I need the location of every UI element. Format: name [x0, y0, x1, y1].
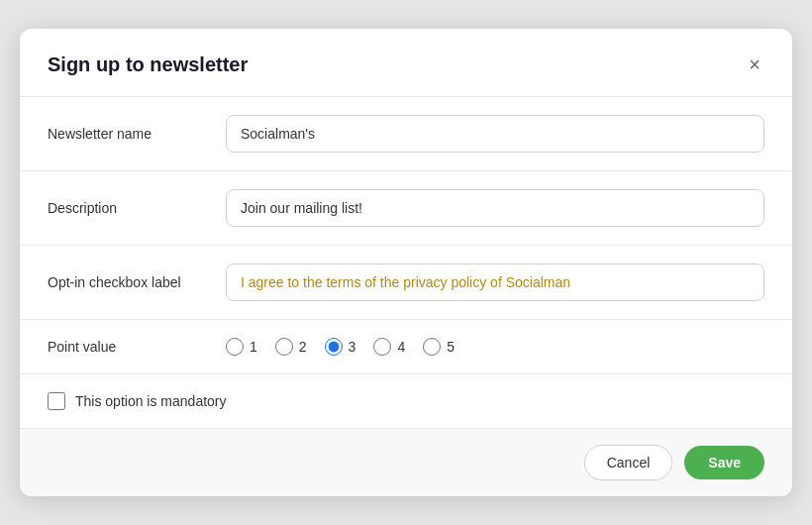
point-value-row: Point value 1 2 3	[20, 320, 792, 374]
cancel-button[interactable]: Cancel	[584, 445, 673, 480]
modal-body: Newsletter name Description Opt-in check…	[20, 97, 792, 428]
modal-dialog: Sign up to newsletter × Newsletter name …	[20, 29, 792, 496]
modal-title: Sign up to newsletter	[48, 53, 248, 76]
radio-label-5: 5	[447, 339, 455, 355]
description-input[interactable]	[226, 189, 764, 227]
modal-footer: Cancel Save	[20, 428, 792, 496]
radio-label-1: 1	[250, 339, 257, 355]
save-button[interactable]: Save	[684, 446, 764, 479]
point-value-option-2[interactable]: 2	[275, 338, 307, 356]
radio-label-4: 4	[397, 339, 405, 355]
point-value-radio-group: 1 2 3 4 5	[226, 338, 764, 356]
modal-header: Sign up to newsletter ×	[20, 29, 792, 97]
radio-label-2: 2	[299, 339, 307, 355]
description-label: Description	[48, 200, 206, 216]
point-value-option-5[interactable]: 5	[423, 338, 455, 356]
mandatory-row: This option is mandatory	[20, 374, 792, 428]
opt-in-label: Opt-in checkbox label	[48, 274, 206, 290]
newsletter-name-label: Newsletter name	[48, 126, 206, 142]
point-value-label: Point value	[48, 339, 206, 355]
point-value-option-1[interactable]: 1	[226, 338, 257, 356]
newsletter-name-input[interactable]	[226, 115, 764, 153]
point-value-option-3[interactable]: 3	[325, 338, 356, 356]
mandatory-label: This option is mandatory	[75, 393, 227, 409]
point-value-option-4[interactable]: 4	[373, 338, 405, 356]
opt-in-input[interactable]	[226, 263, 764, 301]
mandatory-checkbox-item[interactable]: This option is mandatory	[48, 392, 227, 410]
newsletter-name-row: Newsletter name	[20, 97, 792, 171]
modal-overlay: Sign up to newsletter × Newsletter name …	[0, 0, 812, 525]
radio-label-3: 3	[349, 339, 356, 355]
description-row: Description	[20, 171, 792, 246]
close-icon: ×	[749, 54, 761, 74]
close-button[interactable]: ×	[745, 51, 764, 78]
opt-in-row: Opt-in checkbox label	[20, 246, 792, 320]
mandatory-checkbox[interactable]	[48, 392, 65, 410]
